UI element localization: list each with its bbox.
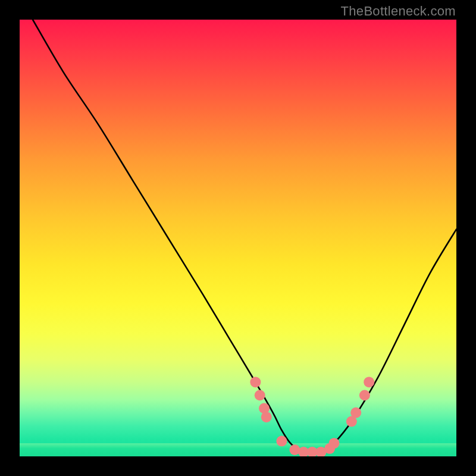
highlight-point <box>328 438 339 449</box>
highlight-point <box>261 412 272 422</box>
highlight-points <box>250 377 374 456</box>
chart-frame: TheBottleneck.com <box>0 0 476 476</box>
highlight-point <box>359 390 370 400</box>
highlight-point <box>364 377 374 387</box>
highlight-point <box>276 436 287 446</box>
chart-svg <box>20 20 456 456</box>
plot-area <box>20 20 456 456</box>
highlight-point <box>250 377 261 387</box>
highlight-point <box>255 390 265 400</box>
highlight-point <box>350 408 361 418</box>
watermark-label: TheBottleneck.com <box>341 4 456 19</box>
bottleneck-curve <box>33 20 456 452</box>
